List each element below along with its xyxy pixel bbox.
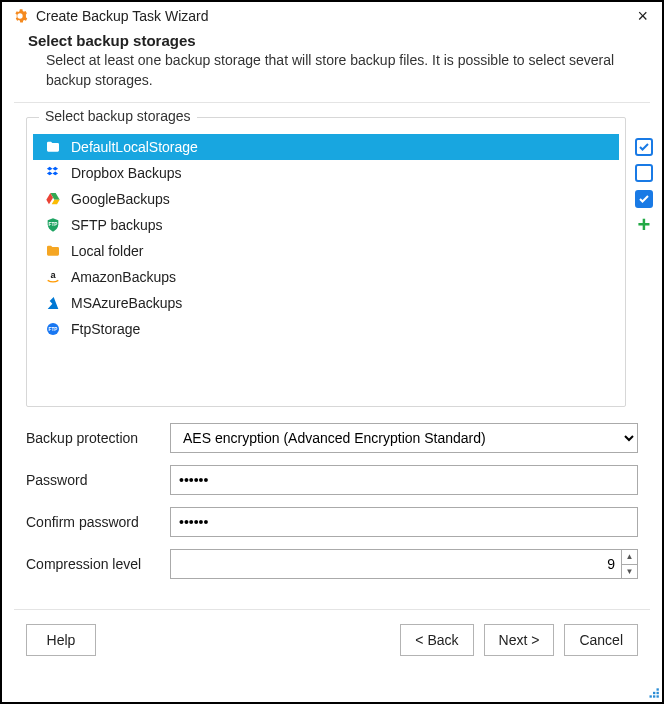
list-item-label: AmazonBackups: [71, 269, 176, 285]
password-label: Password: [26, 472, 160, 488]
compression-stepper[interactable]: ▲ ▼: [170, 549, 638, 579]
list-item[interactable]: DefaultLocalStorage: [33, 134, 619, 160]
folder-yellow-icon: [45, 243, 61, 259]
compression-input[interactable]: [171, 550, 621, 578]
divider: [14, 102, 650, 103]
checkbox-empty-icon: [635, 164, 653, 182]
list-item-label: DefaultLocalStorage: [71, 139, 198, 155]
fieldset-legend: Select backup storages: [39, 108, 197, 124]
wizard-footer: Help < Back Next > Cancel: [2, 624, 662, 670]
spinner-buttons: ▲ ▼: [621, 550, 637, 578]
storage-list: DefaultLocalStorageDropbox BackupsGoogle…: [33, 134, 619, 342]
svg-text:FTP: FTP: [49, 223, 58, 228]
amazon-icon: a: [45, 269, 61, 285]
list-item[interactable]: GoogleBackups: [33, 186, 619, 212]
resize-grip-icon[interactable]: [646, 686, 660, 700]
uncheck-all-button[interactable]: [634, 163, 654, 183]
confirm-password-field[interactable]: [170, 507, 638, 537]
list-item-label: GoogleBackups: [71, 191, 170, 207]
svg-rect-7: [650, 695, 652, 697]
dropbox-icon: [45, 165, 61, 181]
svg-text:a: a: [50, 271, 56, 281]
back-button[interactable]: < Back: [400, 624, 473, 656]
backup-protection-select[interactable]: AES encryption (Advanced Encryption Stan…: [170, 423, 638, 453]
page-subtitle: Select at least one backup storage that …: [28, 51, 636, 90]
page-title: Select backup storages: [28, 32, 636, 49]
svg-rect-6: [657, 692, 659, 694]
svg-rect-9: [657, 695, 659, 697]
password-field[interactable]: [170, 465, 638, 495]
next-button[interactable]: Next >: [484, 624, 555, 656]
list-item-label: SFTP backups: [71, 217, 163, 233]
plus-icon: +: [638, 217, 651, 233]
svg-text:FTP: FTP: [49, 327, 58, 332]
list-item[interactable]: Dropbox Backups: [33, 160, 619, 186]
divider: [14, 609, 650, 610]
toggle-check-button[interactable]: [634, 189, 654, 209]
add-storage-button[interactable]: +: [634, 215, 654, 235]
list-item-label: Local folder: [71, 243, 143, 259]
confirm-password-label: Confirm password: [26, 514, 160, 530]
list-item[interactable]: aAmazonBackups: [33, 264, 619, 290]
svg-rect-8: [653, 695, 655, 697]
sftp-shield-icon: FTP: [45, 217, 61, 233]
azure-icon: [45, 295, 61, 311]
compression-label: Compression level: [26, 556, 160, 572]
svg-rect-5: [653, 692, 655, 694]
check-all-button[interactable]: [634, 137, 654, 157]
list-item-label: MSAzureBackups: [71, 295, 182, 311]
titlebar: Create Backup Task Wizard ×: [2, 2, 662, 30]
svg-rect-4: [657, 688, 659, 690]
list-item-label: Dropbox Backups: [71, 165, 182, 181]
settings-form: Backup protection AES encryption (Advanc…: [2, 407, 662, 603]
wizard-header: Select backup storages Select at least o…: [2, 30, 662, 102]
checkbox-filled-icon: [635, 190, 653, 208]
list-item[interactable]: FTPFtpStorage: [33, 316, 619, 342]
window-title: Create Backup Task Wizard: [36, 8, 625, 24]
spinner-up-icon[interactable]: ▲: [622, 550, 637, 565]
backup-protection-label: Backup protection: [26, 430, 160, 446]
spinner-down-icon[interactable]: ▼: [622, 565, 637, 579]
gear-icon: [12, 8, 28, 24]
list-item[interactable]: FTPSFTP backups: [33, 212, 619, 238]
help-button[interactable]: Help: [26, 624, 96, 656]
side-buttons: +: [634, 117, 654, 235]
list-item-label: FtpStorage: [71, 321, 140, 337]
close-icon[interactable]: ×: [633, 9, 652, 23]
storage-fieldset: Select backup storages DefaultLocalStora…: [26, 117, 626, 407]
list-item[interactable]: Local folder: [33, 238, 619, 264]
checkbox-checked-icon: [635, 138, 653, 156]
google-drive-icon: [45, 191, 61, 207]
ftp-icon: FTP: [45, 321, 61, 337]
storage-section: Select backup storages DefaultLocalStora…: [2, 117, 662, 407]
list-item[interactable]: MSAzureBackups: [33, 290, 619, 316]
cancel-button[interactable]: Cancel: [564, 624, 638, 656]
folder-yellow-icon: [45, 139, 61, 155]
